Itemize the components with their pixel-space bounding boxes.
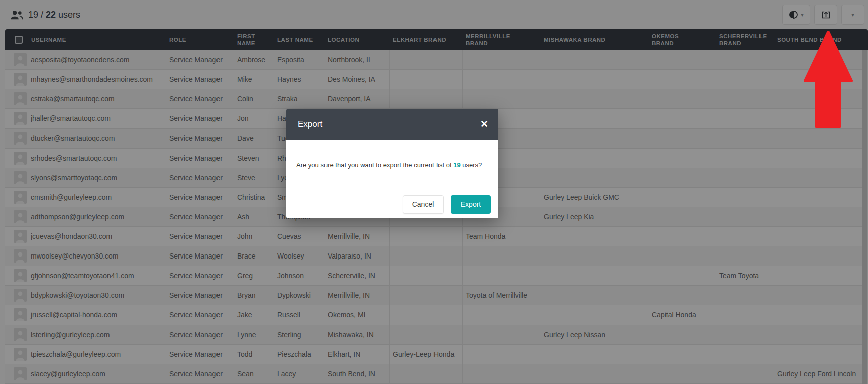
export-count: 19 [453,161,460,169]
user-management-screen: 19 / 22 users ▾ [0,0,868,384]
export-modal-footer: Cancel Export [286,190,498,218]
modal-title: Export [298,119,322,130]
cancel-button[interactable]: Cancel [403,195,444,214]
message-text: Are you sure that you want to export the… [296,161,482,169]
export-modal-header: Export ✕ [286,109,498,140]
confirm-export-button[interactable]: Export [451,195,491,214]
close-icon[interactable]: ✕ [480,119,488,129]
export-modal-message: Are you sure that you want to export the… [286,140,498,190]
export-modal: Export ✕ Are you sure that you want to e… [286,109,498,218]
